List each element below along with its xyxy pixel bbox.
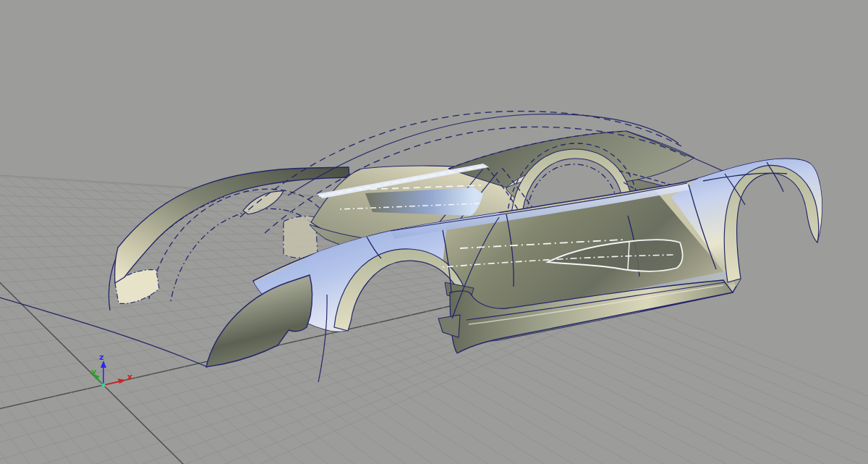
viewport-canvas[interactable]: x y z <box>0 0 868 464</box>
origin-point <box>101 383 105 387</box>
perspective-view[interactable]: x y z <box>0 0 868 464</box>
z-axis-label: z <box>99 353 103 362</box>
y-axis-label: y <box>91 367 96 376</box>
x-axis-label: x <box>127 372 132 381</box>
